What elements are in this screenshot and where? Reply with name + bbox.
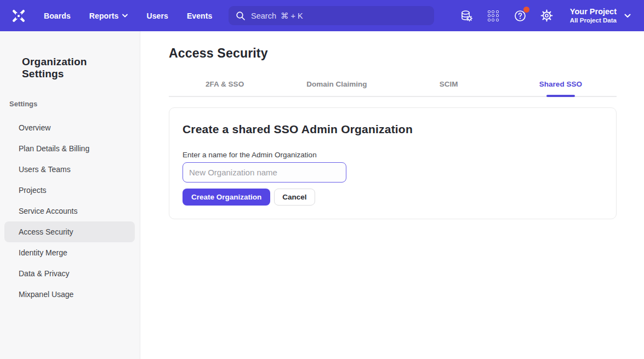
tab-scim[interactable]: SCIM xyxy=(393,80,505,96)
project-subtitle: All Project Data xyxy=(570,16,617,24)
cancel-button[interactable]: Cancel xyxy=(274,189,315,206)
sidebar-title: Organization Settings xyxy=(0,31,140,80)
sidebar-list: Overview Plan Details & Billing Users & … xyxy=(0,117,140,305)
nav-events[interactable]: Events xyxy=(187,12,213,20)
search-input[interactable] xyxy=(251,12,415,20)
nav-reports[interactable]: Reports xyxy=(89,12,128,20)
global-search[interactable] xyxy=(229,6,434,25)
topbar-right-cluster: Your Project All Project Data xyxy=(459,0,644,31)
org-settings-sidebar: Organization Settings Settings Overview … xyxy=(0,31,140,359)
nav-users[interactable]: Users xyxy=(146,12,168,20)
main-content: Access Security 2FA & SSO Domain Claimin… xyxy=(140,31,644,359)
sidebar-item-plan-details-billing[interactable]: Plan Details & Billing xyxy=(4,138,135,159)
mixpanel-logo-icon xyxy=(10,8,27,24)
top-navigation: Boards Reports Users Events xyxy=(44,12,212,20)
sidebar-item-access-security[interactable]: Access Security xyxy=(4,221,135,242)
nav-users-label: Users xyxy=(146,12,168,20)
mixpanel-logo[interactable] xyxy=(9,6,29,26)
card-title: Create a shared SSO Admin Organization xyxy=(183,123,603,136)
access-security-tabs: 2FA & SSO Domain Claiming SCIM Shared SS… xyxy=(169,80,617,97)
gear-icon xyxy=(540,9,554,22)
sidebar-item-mixpanel-usage[interactable]: Mixpanel Usage xyxy=(4,284,135,305)
tab-shared-sso[interactable]: Shared SSO xyxy=(505,80,617,96)
create-organization-button[interactable]: Create Organization xyxy=(183,189,270,206)
nav-boards-label: Boards xyxy=(44,12,71,20)
sidebar-item-projects[interactable]: Projects xyxy=(4,180,135,201)
org-name-input[interactable] xyxy=(183,162,346,183)
shared-sso-card: Create a shared SSO Admin Organization E… xyxy=(169,107,617,219)
tab-domain-claiming[interactable]: Domain Claiming xyxy=(281,80,392,96)
sidebar-item-service-accounts[interactable]: Service Accounts xyxy=(4,201,135,221)
data-pipelines-icon[interactable] xyxy=(459,9,474,23)
apps-grid-icon[interactable] xyxy=(486,9,500,23)
project-switcher[interactable]: Your Project All Project Data xyxy=(570,7,631,25)
sidebar-item-data-privacy[interactable]: Data & Privacy xyxy=(4,263,135,284)
nav-events-label: Events xyxy=(187,12,213,20)
project-name: Your Project xyxy=(570,7,617,16)
project-text: Your Project All Project Data xyxy=(570,7,617,25)
org-name-label: Enter a name for the Admin Organization xyxy=(183,151,603,159)
grid-dots xyxy=(488,10,499,21)
notification-dot xyxy=(523,7,529,13)
nav-reports-label: Reports xyxy=(89,12,119,20)
page-title: Access Security xyxy=(169,46,617,61)
sidebar-section-label: Settings xyxy=(0,100,140,108)
search-icon xyxy=(236,11,246,21)
nav-boards[interactable]: Boards xyxy=(44,12,71,20)
help-icon[interactable] xyxy=(513,9,527,23)
button-row: Create Organization Cancel xyxy=(183,189,603,206)
chevron-down-icon xyxy=(122,14,128,18)
sidebar-item-identity-merge[interactable]: Identity Merge xyxy=(4,242,135,263)
sidebar-item-users-teams[interactable]: Users & Teams xyxy=(4,159,135,180)
sidebar-item-overview[interactable]: Overview xyxy=(4,117,135,138)
settings-gear-icon[interactable] xyxy=(540,9,554,23)
mixpanel-app: Boards Reports Users Events xyxy=(0,0,644,359)
tab-2fa-sso[interactable]: 2FA & SSO xyxy=(169,80,281,96)
database-gear-icon xyxy=(459,9,474,23)
chevron-down-icon xyxy=(624,14,631,18)
topbar: Boards Reports Users Events xyxy=(0,0,644,31)
